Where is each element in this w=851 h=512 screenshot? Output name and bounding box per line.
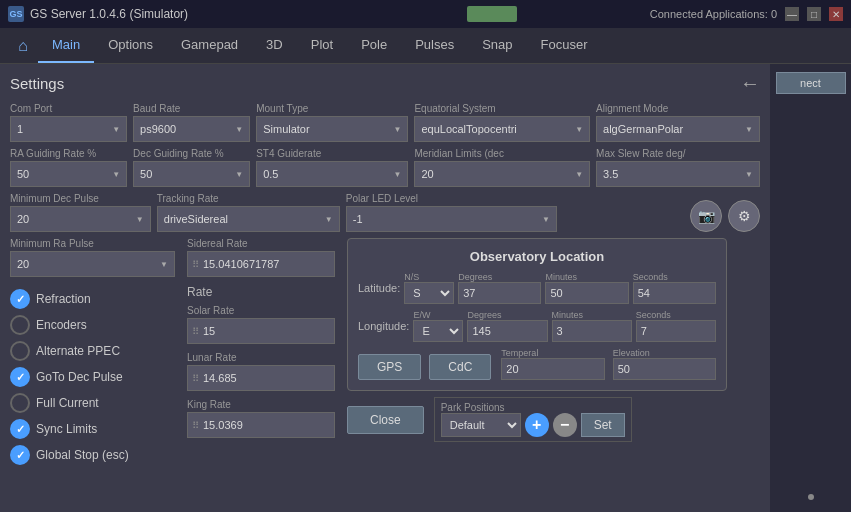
- alignment-mode-control[interactable]: algGermanPolar ▼: [596, 116, 760, 142]
- mount-type-control[interactable]: Simulator ▼: [256, 116, 408, 142]
- com-port-control[interactable]: 1 ▼: [10, 116, 127, 142]
- full-current-label: Full Current: [36, 396, 99, 410]
- park-positions-label: Park Positions: [441, 402, 625, 413]
- alternate-ppec-checkbox[interactable]: Alternate PPEC: [10, 341, 175, 361]
- tab-plot[interactable]: Plot: [297, 28, 347, 63]
- cdc-button[interactable]: CdC: [429, 354, 491, 380]
- lunar-rate-value-row[interactable]: ⠿ 14.685: [187, 365, 335, 391]
- full-current-checkbox[interactable]: Full Current: [10, 393, 175, 413]
- king-rate-value-row[interactable]: ⠿ 15.0369: [187, 412, 335, 438]
- global-stop-check-circle: [10, 445, 30, 465]
- full-current-check-circle: [10, 393, 30, 413]
- baud-rate-control[interactable]: ps9600 ▼: [133, 116, 250, 142]
- solar-rate-value: 15: [203, 325, 215, 337]
- min-ra-pulse-label: Minimum Ra Pulse: [10, 238, 175, 249]
- solar-rate-field: Solar Rate ⠿ 15: [187, 305, 335, 344]
- refraction-label: Refraction: [36, 292, 91, 306]
- refraction-checkbox[interactable]: Refraction: [10, 289, 175, 309]
- king-drag-handle: ⠿: [192, 420, 199, 431]
- longitude-sec-label: Seconds: [636, 310, 716, 320]
- tab-pole[interactable]: Pole: [347, 28, 401, 63]
- temperal-input[interactable]: [501, 358, 604, 380]
- connect-button[interactable]: nect: [776, 72, 846, 94]
- elevation-field: Elevation: [613, 348, 716, 380]
- alternate-ppec-label: Alternate PPEC: [36, 344, 120, 358]
- latitude-min-label: Minutes: [545, 272, 628, 282]
- alignment-mode-group: Alignment Mode algGermanPolar ▼: [596, 103, 760, 142]
- st4-guiderate-group: ST4 Guiderate 0.5 ▼: [256, 148, 408, 187]
- longitude-min-field: Minutes: [552, 310, 632, 342]
- latitude-min-input[interactable]: [545, 282, 628, 304]
- longitude-min-input[interactable]: [552, 320, 632, 342]
- latitude-deg-input[interactable]: [458, 282, 541, 304]
- longitude-ew-select[interactable]: EW: [413, 320, 463, 342]
- maximize-button[interactable]: □: [807, 7, 821, 21]
- equatorial-system-control[interactable]: equLocalTopocentri ▼: [414, 116, 590, 142]
- latitude-ns-select[interactable]: SN: [404, 282, 454, 304]
- tab-3d[interactable]: 3D: [252, 28, 297, 63]
- park-add-button[interactable]: +: [525, 413, 549, 437]
- app-icon: GS: [8, 6, 24, 22]
- st4-guiderate-label: ST4 Guiderate: [256, 148, 408, 159]
- polar-led-control[interactable]: -1 ▼: [346, 206, 557, 232]
- nav-tabs: ⌂ Main Options Gamepad 3D Plot Pole Puls…: [0, 28, 851, 64]
- sidereal-rate-value-row[interactable]: ⠿ 15.0410671787: [187, 251, 335, 277]
- tab-pulses[interactable]: Pulses: [401, 28, 468, 63]
- sidereal-rate-value: 15.0410671787: [203, 258, 279, 270]
- minimize-button[interactable]: —: [785, 7, 799, 21]
- tab-focuser[interactable]: Focuser: [527, 28, 602, 63]
- longitude-ew-field: E/W EW: [413, 310, 463, 342]
- mount-type-label: Mount Type: [256, 103, 408, 114]
- solar-rate-value-row[interactable]: ⠿ 15: [187, 318, 335, 344]
- latitude-deg-field: Degrees: [458, 272, 541, 304]
- longitude-deg-input[interactable]: [467, 320, 547, 342]
- meridian-limits-label: Meridian Limits (dec: [414, 148, 590, 159]
- latitude-sec-input[interactable]: [633, 282, 716, 304]
- global-stop-label: Global Stop (esc): [36, 448, 129, 462]
- status-dot: [808, 494, 814, 500]
- global-stop-checkbox[interactable]: Global Stop (esc): [10, 445, 175, 465]
- encoders-checkbox[interactable]: Encoders: [10, 315, 175, 335]
- tab-snap[interactable]: Snap: [468, 28, 526, 63]
- meridian-limits-control[interactable]: 20 ▼: [414, 161, 590, 187]
- goto-dec-pulse-checkbox[interactable]: GoTo Dec Pulse: [10, 367, 175, 387]
- park-positions-section: Park Positions Default + − Set: [434, 397, 632, 442]
- home-icon[interactable]: ⌂: [8, 32, 38, 60]
- latitude-deg-label: Degrees: [458, 272, 541, 282]
- latitude-ns-label: N/S: [404, 272, 454, 282]
- tab-options[interactable]: Options: [94, 28, 167, 63]
- settings-panel: Settings ← Com Port 1 ▼ Baud Rate ps9600…: [0, 64, 770, 512]
- lunar-drag-handle: ⠿: [192, 373, 199, 384]
- back-button[interactable]: ←: [740, 72, 760, 95]
- gps-button[interactable]: GPS: [358, 354, 421, 380]
- close-button[interactable]: Close: [347, 406, 424, 434]
- rate-label-text: Rate: [187, 285, 212, 299]
- max-slew-control[interactable]: 3.5 ▼: [596, 161, 760, 187]
- park-positions-select[interactable]: Default: [441, 413, 521, 437]
- tab-main[interactable]: Main: [38, 28, 94, 63]
- close-button[interactable]: ✕: [829, 7, 843, 21]
- solar-drag-handle: ⠿: [192, 326, 199, 337]
- park-set-button[interactable]: Set: [581, 413, 625, 437]
- ra-guiding-group: RA Guiding Rate % 50 ▼: [10, 148, 127, 187]
- settings-icon-button[interactable]: ⚙: [728, 200, 760, 232]
- dec-guiding-label: Dec Guiding Rate %: [133, 148, 250, 159]
- latitude-min-field: Minutes: [545, 272, 628, 304]
- tracking-rate-control[interactable]: driveSidereal ▼: [157, 206, 340, 232]
- min-dec-pulse-control[interactable]: 20 ▼: [10, 206, 151, 232]
- longitude-min-label: Minutes: [552, 310, 632, 320]
- checkboxes-section: Minimum Ra Pulse 20 ▼ Refraction Encoder…: [10, 238, 175, 465]
- ra-guiding-label: RA Guiding Rate %: [10, 148, 127, 159]
- sync-limits-checkbox[interactable]: Sync Limits: [10, 419, 175, 439]
- elevation-input[interactable]: [613, 358, 716, 380]
- min-ra-pulse-control[interactable]: 20 ▼: [10, 251, 175, 277]
- tab-gamepad[interactable]: Gamepad: [167, 28, 252, 63]
- longitude-label: Longitude:: [358, 320, 409, 332]
- ra-guiding-control[interactable]: 50 ▼: [10, 161, 127, 187]
- camera-icon-button[interactable]: 📷: [690, 200, 722, 232]
- st4-guiderate-control[interactable]: 0.5 ▼: [256, 161, 408, 187]
- longitude-sec-input[interactable]: [636, 320, 716, 342]
- king-rate-value: 15.0369: [203, 419, 243, 431]
- park-remove-button[interactable]: −: [553, 413, 577, 437]
- dec-guiding-control[interactable]: 50 ▼: [133, 161, 250, 187]
